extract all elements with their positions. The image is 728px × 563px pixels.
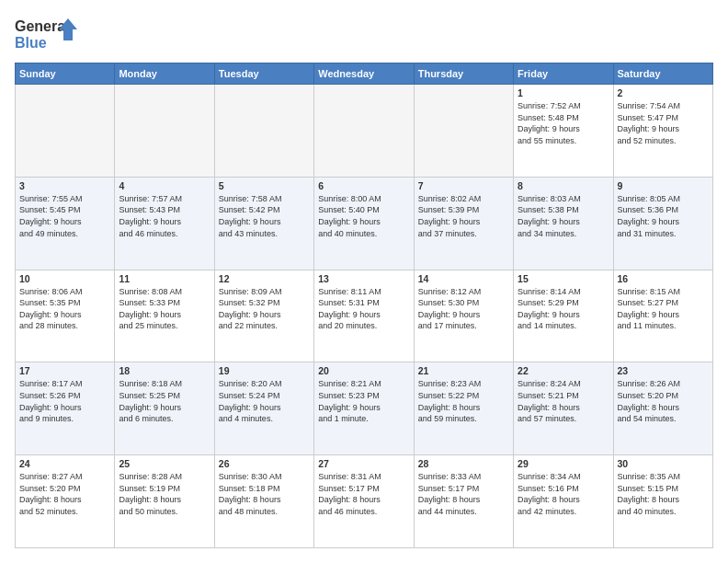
day-cell — [16, 85, 115, 178]
day-info: Sunrise: 8:30 AM Sunset: 5:18 PM Dayligh… — [219, 471, 310, 517]
day-cell: 15Sunrise: 8:14 AM Sunset: 5:29 PM Dayli… — [514, 270, 613, 362]
day-number: 15 — [518, 273, 609, 284]
day-number: 21 — [418, 365, 509, 376]
day-cell: 23Sunrise: 8:26 AM Sunset: 5:20 PM Dayli… — [613, 362, 712, 455]
day-info: Sunrise: 8:18 AM Sunset: 5:25 PM Dayligh… — [119, 378, 210, 424]
day-cell: 13Sunrise: 8:11 AM Sunset: 5:31 PM Dayli… — [314, 270, 414, 362]
day-info: Sunrise: 8:03 AM Sunset: 5:38 PM Dayligh… — [518, 193, 609, 239]
day-cell — [214, 85, 313, 178]
day-number: 7 — [418, 180, 509, 191]
day-info: Sunrise: 8:14 AM Sunset: 5:29 PM Dayligh… — [518, 286, 609, 332]
day-info: Sunrise: 8:05 AM Sunset: 5:36 PM Dayligh… — [618, 193, 709, 239]
day-info: Sunrise: 8:15 AM Sunset: 5:27 PM Dayligh… — [618, 286, 709, 332]
header: GeneralBlue — [15, 15, 713, 53]
day-info: Sunrise: 8:21 AM Sunset: 5:23 PM Dayligh… — [318, 378, 409, 424]
day-cell: 19Sunrise: 8:20 AM Sunset: 5:24 PM Dayli… — [214, 362, 313, 455]
day-info: Sunrise: 8:12 AM Sunset: 5:30 PM Dayligh… — [418, 286, 509, 332]
svg-text:General: General — [15, 18, 70, 34]
day-number: 30 — [618, 458, 709, 469]
day-info: Sunrise: 8:02 AM Sunset: 5:39 PM Dayligh… — [418, 193, 509, 239]
day-info: Sunrise: 8:28 AM Sunset: 5:19 PM Dayligh… — [119, 471, 210, 517]
day-number: 23 — [618, 365, 709, 376]
day-cell — [314, 85, 414, 178]
day-info: Sunrise: 8:31 AM Sunset: 5:17 PM Dayligh… — [318, 471, 409, 517]
day-cell: 5Sunrise: 7:58 AM Sunset: 5:42 PM Daylig… — [214, 177, 313, 270]
day-info: Sunrise: 8:34 AM Sunset: 5:16 PM Dayligh… — [518, 471, 609, 517]
day-number: 1 — [518, 87, 609, 98]
day-cell: 3Sunrise: 7:55 AM Sunset: 5:45 PM Daylig… — [16, 177, 115, 270]
day-cell: 24Sunrise: 8:27 AM Sunset: 5:20 PM Dayli… — [16, 455, 115, 548]
day-number: 9 — [618, 180, 709, 191]
page: GeneralBlue SundayMondayTuesdayWednesday… — [0, 0, 728, 563]
day-info: Sunrise: 8:23 AM Sunset: 5:22 PM Dayligh… — [418, 378, 509, 424]
day-number: 28 — [418, 458, 509, 469]
day-number: 18 — [119, 365, 210, 376]
day-cell: 14Sunrise: 8:12 AM Sunset: 5:30 PM Dayli… — [414, 270, 513, 362]
day-number: 24 — [19, 458, 110, 469]
day-cell: 27Sunrise: 8:31 AM Sunset: 5:17 PM Dayli… — [314, 455, 414, 548]
day-cell: 30Sunrise: 8:35 AM Sunset: 5:15 PM Dayli… — [613, 455, 712, 548]
weekday-header-thursday: Thursday — [414, 63, 513, 85]
weekday-header-tuesday: Tuesday — [214, 63, 313, 85]
day-cell: 17Sunrise: 8:17 AM Sunset: 5:26 PM Dayli… — [16, 362, 115, 455]
day-number: 20 — [318, 365, 409, 376]
day-number: 22 — [518, 365, 609, 376]
day-cell: 29Sunrise: 8:34 AM Sunset: 5:16 PM Dayli… — [514, 455, 613, 548]
day-cell: 28Sunrise: 8:33 AM Sunset: 5:17 PM Dayli… — [414, 455, 513, 548]
day-info: Sunrise: 8:08 AM Sunset: 5:33 PM Dayligh… — [119, 286, 210, 332]
day-cell — [115, 85, 214, 178]
day-info: Sunrise: 8:17 AM Sunset: 5:26 PM Dayligh… — [19, 378, 110, 424]
day-cell: 2Sunrise: 7:54 AM Sunset: 5:47 PM Daylig… — [613, 85, 712, 178]
day-number: 10 — [19, 273, 110, 284]
weekday-header-monday: Monday — [115, 63, 214, 85]
day-cell: 10Sunrise: 8:06 AM Sunset: 5:35 PM Dayli… — [16, 270, 115, 362]
day-cell: 25Sunrise: 8:28 AM Sunset: 5:19 PM Dayli… — [115, 455, 214, 548]
day-number: 13 — [318, 273, 409, 284]
day-cell — [414, 85, 513, 178]
day-info: Sunrise: 8:09 AM Sunset: 5:32 PM Dayligh… — [219, 286, 310, 332]
logo-svg: GeneralBlue — [15, 15, 88, 53]
day-info: Sunrise: 7:54 AM Sunset: 5:47 PM Dayligh… — [618, 100, 709, 146]
day-info: Sunrise: 8:27 AM Sunset: 5:20 PM Dayligh… — [19, 471, 110, 517]
day-info: Sunrise: 8:35 AM Sunset: 5:15 PM Dayligh… — [618, 471, 709, 517]
day-cell: 4Sunrise: 7:57 AM Sunset: 5:43 PM Daylig… — [115, 177, 214, 270]
week-row-2: 3Sunrise: 7:55 AM Sunset: 5:45 PM Daylig… — [16, 177, 713, 270]
week-row-1: 1Sunrise: 7:52 AM Sunset: 5:48 PM Daylig… — [16, 85, 713, 178]
svg-text:Blue: Blue — [15, 35, 47, 51]
day-info: Sunrise: 7:55 AM Sunset: 5:45 PM Dayligh… — [19, 193, 110, 239]
day-cell: 12Sunrise: 8:09 AM Sunset: 5:32 PM Dayli… — [214, 270, 313, 362]
day-number: 6 — [318, 180, 409, 191]
weekday-header-friday: Friday — [514, 63, 613, 85]
day-info: Sunrise: 8:26 AM Sunset: 5:20 PM Dayligh… — [618, 378, 709, 424]
day-info: Sunrise: 8:33 AM Sunset: 5:17 PM Dayligh… — [418, 471, 509, 517]
day-number: 4 — [119, 180, 210, 191]
day-info: Sunrise: 8:20 AM Sunset: 5:24 PM Dayligh… — [219, 378, 310, 424]
week-row-5: 24Sunrise: 8:27 AM Sunset: 5:20 PM Dayli… — [16, 455, 713, 548]
weekday-header-wednesday: Wednesday — [314, 63, 414, 85]
day-number: 26 — [219, 458, 310, 469]
day-info: Sunrise: 7:52 AM Sunset: 5:48 PM Dayligh… — [518, 100, 609, 146]
day-number: 2 — [618, 87, 709, 98]
day-cell: 26Sunrise: 8:30 AM Sunset: 5:18 PM Dayli… — [214, 455, 313, 548]
day-number: 17 — [19, 365, 110, 376]
day-info: Sunrise: 7:58 AM Sunset: 5:42 PM Dayligh… — [219, 193, 310, 239]
day-cell: 8Sunrise: 8:03 AM Sunset: 5:38 PM Daylig… — [514, 177, 613, 270]
day-cell: 6Sunrise: 8:00 AM Sunset: 5:40 PM Daylig… — [314, 177, 414, 270]
day-number: 5 — [219, 180, 310, 191]
day-cell: 9Sunrise: 8:05 AM Sunset: 5:36 PM Daylig… — [613, 177, 712, 270]
day-cell: 22Sunrise: 8:24 AM Sunset: 5:21 PM Dayli… — [514, 362, 613, 455]
day-number: 11 — [119, 273, 210, 284]
logo: GeneralBlue — [15, 15, 88, 53]
day-number: 19 — [219, 365, 310, 376]
day-cell: 1Sunrise: 7:52 AM Sunset: 5:48 PM Daylig… — [514, 85, 613, 178]
day-info: Sunrise: 8:06 AM Sunset: 5:35 PM Dayligh… — [19, 286, 110, 332]
day-number: 8 — [518, 180, 609, 191]
day-number: 27 — [318, 458, 409, 469]
weekday-header-saturday: Saturday — [613, 63, 712, 85]
day-info: Sunrise: 8:11 AM Sunset: 5:31 PM Dayligh… — [318, 286, 409, 332]
day-cell: 11Sunrise: 8:08 AM Sunset: 5:33 PM Dayli… — [115, 270, 214, 362]
day-info: Sunrise: 8:00 AM Sunset: 5:40 PM Dayligh… — [318, 193, 409, 239]
day-number: 3 — [19, 180, 110, 191]
week-row-3: 10Sunrise: 8:06 AM Sunset: 5:35 PM Dayli… — [16, 270, 713, 362]
day-number: 14 — [418, 273, 509, 284]
